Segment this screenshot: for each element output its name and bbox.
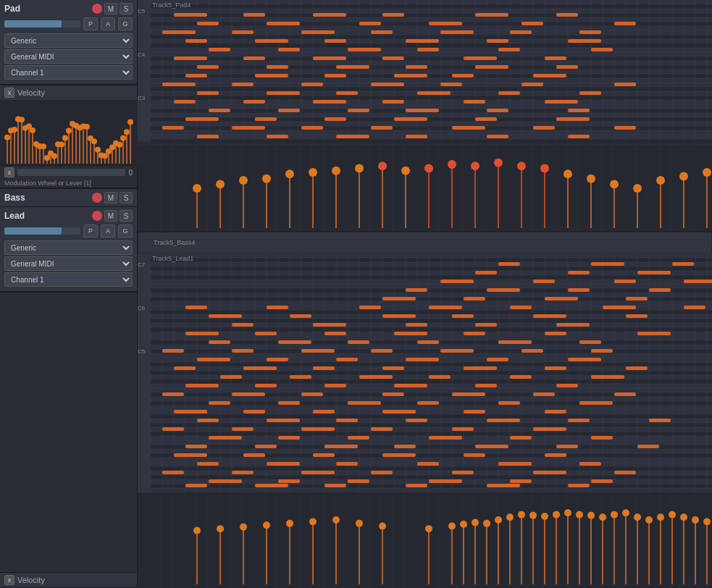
- lead-bottom-space: [0, 292, 137, 572]
- bass-track-name: Bass: [4, 193, 25, 203]
- pad-mod-row: x 0: [0, 165, 137, 179]
- lead-solo-button[interactable]: S: [120, 210, 133, 222]
- pad-fader[interactable]: [4, 20, 80, 28]
- lead-velocity-header: x Velocity: [0, 573, 137, 587]
- lead-mute-button[interactable]: M: [104, 210, 117, 222]
- lead-p-button[interactable]: P: [83, 224, 98, 238]
- lead-midi-row: General MIDI: [4, 256, 133, 271]
- pad-a-button[interactable]: A: [101, 17, 115, 30]
- lead-fader-row: P A G: [4, 224, 133, 238]
- pad-p-button[interactable]: P: [83, 17, 98, 30]
- lead-track-header: Lead M S P A G Generic General MIDI: [0, 207, 137, 292]
- lead-instrument-row: Generic: [4, 240, 133, 255]
- bass-mute-button[interactable]: M: [104, 192, 117, 203]
- right-panel: [138, 0, 712, 588]
- pad-velocity-panel: x Velocity x 0 Modulation Wheel or Lever…: [0, 85, 137, 188]
- pad-track-header: Pad M S P A G Generic General MIDI: [0, 0, 137, 85]
- pad-solo-button[interactable]: S: [120, 3, 133, 14]
- pad-instrument-row: Generic: [4, 33, 133, 48]
- bass-record-button[interactable]: [92, 193, 102, 203]
- pad-mod-bar[interactable]: [17, 169, 125, 176]
- pad-fader-row: P A G: [4, 17, 133, 30]
- pad-mod-label: Modulation Wheel or Lever [1]: [0, 179, 137, 188]
- lead-record-button[interactable]: [92, 211, 102, 221]
- lead-fader[interactable]: [4, 227, 80, 235]
- pad-mute-button[interactable]: M: [104, 3, 117, 14]
- pad-channel-row: Channel 1: [4, 65, 133, 80]
- pad-velocity-close[interactable]: x: [4, 88, 14, 98]
- lead-channel-row: Channel 1: [4, 272, 133, 287]
- lead-velocity-panel: x Velocity: [0, 572, 137, 588]
- pad-velocity-content: [0, 100, 137, 165]
- lead-midi-select[interactable]: General MIDI: [4, 256, 133, 271]
- pad-g-button[interactable]: G: [118, 17, 133, 30]
- pad-instrument-select[interactable]: Generic: [4, 33, 133, 48]
- lead-track-controls: M S: [92, 210, 133, 222]
- pad-midi-select[interactable]: General MIDI: [4, 49, 133, 64]
- bass-track-header: Bass M S: [0, 188, 137, 207]
- pad-velocity-header: x Velocity: [0, 85, 137, 100]
- pad-velocity-label: Velocity: [17, 88, 45, 97]
- pad-track-controls: M S: [92, 3, 133, 14]
- bass-track-controls: M S: [92, 192, 133, 203]
- lead-instrument-select[interactable]: Generic: [4, 240, 133, 255]
- bass-solo-button[interactable]: S: [120, 192, 133, 203]
- pad-record-button[interactable]: [92, 4, 102, 14]
- lead-a-button[interactable]: A: [101, 224, 115, 238]
- lead-g-button[interactable]: G: [118, 224, 133, 238]
- pad-midi-row: General MIDI: [4, 49, 133, 64]
- pad-mod-value: 0: [128, 169, 133, 177]
- pad-channel-select[interactable]: Channel 1: [4, 65, 133, 80]
- lead-velocity-label: Velocity: [17, 576, 45, 584]
- pad-track-name: Pad: [4, 4, 20, 14]
- lead-velocity-close[interactable]: x: [4, 575, 14, 585]
- lead-channel-select[interactable]: Channel 1: [4, 272, 133, 287]
- pad-mod-close[interactable]: x: [4, 167, 14, 177]
- lead-track-name: Lead: [4, 211, 25, 221]
- left-panel: Pad M S P A G Generic General MIDI: [0, 0, 138, 588]
